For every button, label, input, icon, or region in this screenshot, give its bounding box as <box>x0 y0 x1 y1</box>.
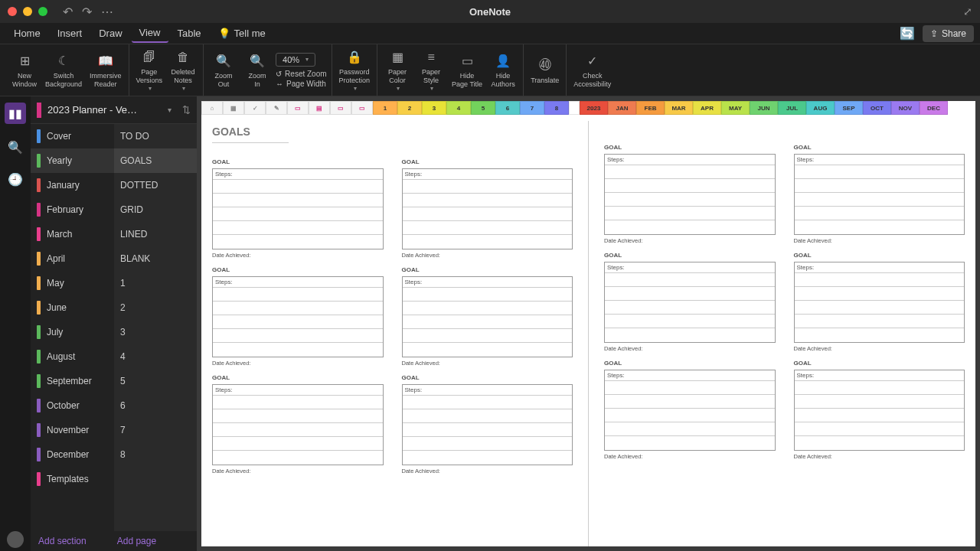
password-protection-button[interactable]: 🔒Password Protection▾ <box>337 46 373 93</box>
redo-icon[interactable]: ↷ <box>82 5 92 19</box>
page-item[interactable]: 6 <box>114 393 197 418</box>
goal-card[interactable]: GOALSteps:Date Achieved: <box>794 252 965 352</box>
section-item[interactable]: Cover <box>31 124 114 148</box>
planner-icon-tab[interactable]: ⌂ <box>201 101 223 115</box>
planner-icon-tab[interactable]: ▭ <box>330 101 351 115</box>
add-section-button[interactable]: Add section <box>38 536 87 546</box>
section-item[interactable]: Templates <box>31 467 114 491</box>
planner-month-tab[interactable]: DEC <box>920 101 948 115</box>
section-item[interactable]: October <box>31 393 114 418</box>
planner-month-tab[interactable]: OCT <box>863 101 891 115</box>
menu-home[interactable]: Home <box>6 24 48 42</box>
hide-page-title-button[interactable]: ▭Hide Page Title <box>449 50 485 90</box>
planner-num-tab[interactable]: 7 <box>520 101 544 115</box>
account-area[interactable] <box>0 528 31 551</box>
goal-card[interactable]: GOALSteps:Date Achieved: <box>604 144 776 244</box>
goal-card[interactable]: GOALSteps:Date Achieved: <box>604 252 776 352</box>
notebooks-icon[interactable]: ▮▮ <box>5 103 26 124</box>
planner-month-tab[interactable]: SEP <box>835 101 863 115</box>
canvas[interactable]: ⌂▦✓✎▭▤▭▭123456782023JANFEBMARAPRMAYJUNJU… <box>201 101 975 546</box>
goal-card[interactable]: GOALSteps:Date Achieved: <box>402 374 573 474</box>
immersive-reader-button[interactable]: 📖Immersive Reader <box>87 50 124 90</box>
window-mode-icon[interactable]: ⤢ <box>963 5 972 18</box>
section-item[interactable]: January <box>31 173 114 197</box>
section-item[interactable]: April <box>31 246 114 271</box>
paper-style-button[interactable]: ≡Paper Style▾ <box>416 46 446 93</box>
menu-table[interactable]: Table <box>170 24 209 42</box>
planner-month-tab[interactable]: JUL <box>778 101 806 115</box>
page-item[interactable]: 5 <box>114 369 197 393</box>
planner-month-tab[interactable]: JAN <box>608 101 636 115</box>
page-width-button[interactable]: ↔Page Width <box>276 80 326 88</box>
switch-background-button[interactable]: ☾Switch Background <box>43 50 84 90</box>
undo-icon[interactable]: ↶ <box>63 5 73 19</box>
check-accessibility-button[interactable]: ✓Check Accessibility <box>571 50 613 90</box>
section-item[interactable]: May <box>31 271 114 295</box>
page-item[interactable]: GOALS <box>114 148 197 173</box>
goal-card[interactable]: GOALSteps:Date Achieved: <box>402 158 573 259</box>
goal-card[interactable]: GOALSteps:Date Achieved: <box>794 144 965 244</box>
planner-icon-tab[interactable]: ✎ <box>266 101 287 115</box>
goal-card[interactable]: GOALSteps:Date Achieved: <box>604 360 776 460</box>
planner-num-tab[interactable]: 1 <box>373 101 397 115</box>
page-item[interactable]: GRID <box>114 197 197 222</box>
menu-tellme[interactable]: 💡 Tell me <box>211 24 273 42</box>
section-item[interactable]: August <box>31 344 114 369</box>
hide-authors-button[interactable]: 👤Hide Authors <box>488 50 518 90</box>
sort-icon[interactable]: ⇅ <box>182 104 191 116</box>
translate-button[interactable]: ㊵Translate <box>528 54 561 86</box>
reset-zoom-button[interactable]: ↺Reset Zoom <box>276 70 326 78</box>
deleted-notes-button[interactable]: 🗑Deleted Notes▾ <box>168 46 198 93</box>
planner-num-tab[interactable]: 6 <box>495 101 520 115</box>
goal-card[interactable]: GOALSteps:Date Achieved: <box>794 360 965 460</box>
close-window[interactable] <box>8 7 17 16</box>
menu-view[interactable]: View <box>132 24 168 43</box>
menu-insert[interactable]: Insert <box>50 24 90 42</box>
recent-icon[interactable]: 🕘 <box>6 170 24 188</box>
goal-card[interactable]: GOALSteps:Date Achieved: <box>212 158 384 259</box>
page-item[interactable]: BLANK <box>114 246 197 271</box>
section-item[interactable]: March <box>31 222 114 246</box>
goal-card[interactable]: GOALSteps:Date Achieved: <box>212 266 384 367</box>
planner-icon-tab[interactable]: ▤ <box>309 101 330 115</box>
zoom-out-button[interactable]: 🔍Zoom Out <box>208 50 239 90</box>
page-item[interactable]: DOTTED <box>114 173 197 197</box>
page-versions-button[interactable]: 🗐Page Versions▾ <box>134 46 165 93</box>
section-item[interactable]: July <box>31 320 114 344</box>
share-button[interactable]: ⇪ Share <box>923 25 974 42</box>
planner-month-tab[interactable]: AUG <box>806 101 835 115</box>
maximize-window[interactable] <box>38 7 47 16</box>
planner-num-tab[interactable]: 2 <box>397 101 422 115</box>
page-item[interactable]: TO DO <box>114 124 197 148</box>
planner-num-tab[interactable]: 4 <box>446 101 471 115</box>
more-icon[interactable]: ⋯ <box>101 5 113 19</box>
planner-num-tab[interactable]: 8 <box>544 101 569 115</box>
planner-num-tab[interactable]: 5 <box>471 101 495 115</box>
page-item[interactable]: 7 <box>114 418 197 442</box>
page-item[interactable]: LINED <box>114 222 197 246</box>
planner-icon-tab[interactable]: ▦ <box>223 101 244 115</box>
menu-draw[interactable]: Draw <box>91 24 129 42</box>
planner-num-tab[interactable]: 3 <box>422 101 446 115</box>
search-icon[interactable]: 🔍 <box>6 138 24 156</box>
paper-color-button[interactable]: ▦Paper Color▾ <box>382 46 413 93</box>
planner-icon-tab[interactable]: ▭ <box>351 101 373 115</box>
planner-month-tab[interactable]: FEB <box>636 101 665 115</box>
page-item[interactable]: 2 <box>114 295 197 320</box>
section-item[interactable]: December <box>31 442 114 467</box>
new-window-button[interactable]: ⊞New Window <box>9 50 40 90</box>
goal-card[interactable]: GOALSteps:Date Achieved: <box>212 374 384 474</box>
section-item[interactable]: February <box>31 197 114 222</box>
zoom-level-select[interactable]: 40%▾ <box>276 53 315 67</box>
page-item[interactable]: 1 <box>114 271 197 295</box>
planner-month-tab[interactable]: NOV <box>891 101 920 115</box>
planner-month-tab[interactable]: MAY <box>721 101 750 115</box>
section-item[interactable]: Yearly <box>31 148 114 173</box>
page-item[interactable]: 8 <box>114 442 197 467</box>
notebook-header[interactable]: 2023 Planner - Ve… ▾ ⇅ <box>31 96 197 124</box>
zoom-in-button[interactable]: 🔍Zoom In <box>242 50 273 90</box>
planner-month-tab[interactable]: 2023 <box>580 101 608 115</box>
section-item[interactable]: June <box>31 295 114 320</box>
planner-month-tab[interactable]: MAR <box>665 101 693 115</box>
minimize-window[interactable] <box>23 7 32 16</box>
